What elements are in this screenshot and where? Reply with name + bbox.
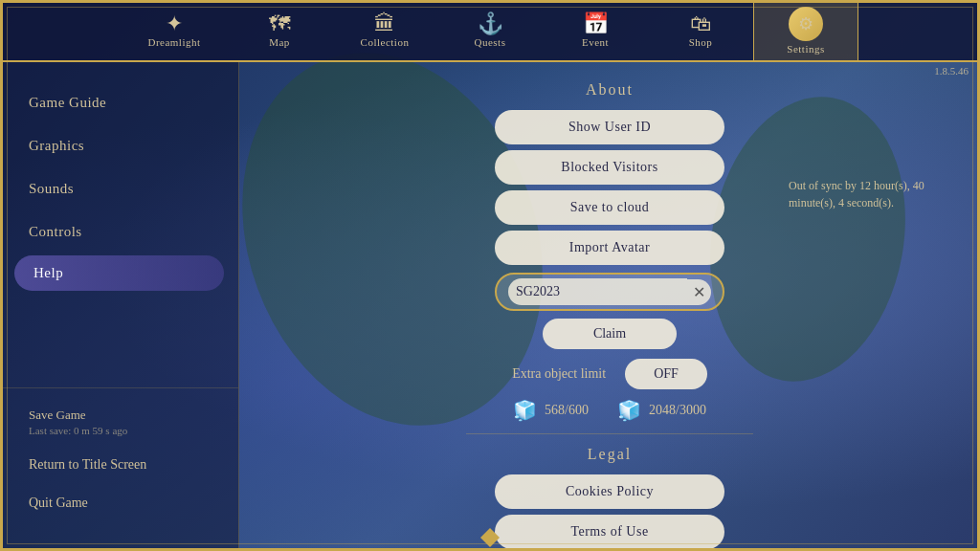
nav-item-quests[interactable]: ⚓ Quests xyxy=(437,0,543,61)
nav-item-settings[interactable]: ⚙ Settings xyxy=(753,0,858,61)
sidebar-bottom: Save Game Last save: 0 m 59 s ago Return… xyxy=(0,387,238,532)
nav-label-collection: Collection xyxy=(361,36,410,48)
nav-item-event[interactable]: 📅 Event xyxy=(543,0,648,61)
dreamlight-icon: ✦ xyxy=(166,13,183,34)
nav-label-event: Event xyxy=(582,36,609,48)
count-value-first: 568/600 xyxy=(545,403,589,418)
nav-item-dreamlight[interactable]: ✦ Dreamlight xyxy=(122,0,227,61)
blocked-visitors-button[interactable]: Blocked Visitors xyxy=(495,150,724,185)
version-text: 1.8.5.46 xyxy=(934,65,969,77)
code-clear-button[interactable]: ✕ xyxy=(687,279,711,305)
sidebar-item-graphics[interactable]: Graphics xyxy=(0,124,238,167)
nav-item-shop[interactable]: 🛍 Shop xyxy=(648,0,753,61)
sidebar: Game Guide Graphics Sounds Controls Help… xyxy=(0,62,239,551)
terms-of-use-button[interactable]: Terms of Use xyxy=(495,515,724,549)
map-icon: 🗺 xyxy=(269,13,290,34)
nav-label-map: Map xyxy=(269,36,290,48)
sidebar-item-help[interactable]: Help xyxy=(14,255,224,291)
save-game-label: Save Game xyxy=(29,408,210,423)
about-heading: About xyxy=(278,81,942,99)
sidebar-item-game-guide[interactable]: Game Guide xyxy=(0,81,238,124)
extra-object-toggle[interactable]: OFF xyxy=(625,359,707,389)
cube-icon-second: 🧊 xyxy=(617,399,641,422)
code-input-container: ✕ xyxy=(495,273,724,311)
gear-icon: ⚙ xyxy=(798,13,813,34)
shop-icon: 🛍 xyxy=(690,13,711,34)
sidebar-item-sounds[interactable]: Sounds xyxy=(0,167,238,210)
claim-button[interactable]: Claim xyxy=(543,319,677,349)
main-content: About Show User ID Blocked Visitors Save… xyxy=(239,62,980,551)
nav-label-settings: Settings xyxy=(787,43,824,55)
nav-label-quests: Quests xyxy=(475,36,506,48)
import-avatar-button[interactable]: Import Avatar xyxy=(495,231,724,265)
count-item-first: 🧊 568/600 xyxy=(513,399,589,422)
collection-icon: 🏛 xyxy=(374,13,395,34)
event-icon: 📅 xyxy=(583,13,609,34)
object-counts-row: 🧊 568/600 🧊 2048/3000 xyxy=(278,399,942,422)
last-save-text: Last save: 0 m 59 s ago xyxy=(29,425,210,436)
nav-item-map[interactable]: 🗺 Map xyxy=(227,0,332,61)
save-to-cloud-button[interactable]: Save to cloud xyxy=(495,190,724,225)
quests-icon: ⚓ xyxy=(478,13,503,34)
sidebar-item-controls[interactable]: Controls xyxy=(0,210,238,253)
legal-heading: Legal xyxy=(278,446,942,463)
return-to-title-item[interactable]: Return to Title Screen xyxy=(0,446,238,484)
cube-icon-first: 🧊 xyxy=(513,399,537,422)
nav-items: ✦ Dreamlight 🗺 Map 🏛 Collection ⚓ Quests… xyxy=(0,0,980,61)
section-divider xyxy=(466,433,753,434)
nav-label-shop: Shop xyxy=(689,36,713,48)
quit-game-item[interactable]: Quit Game xyxy=(0,484,238,522)
extra-object-label: Extra object limit xyxy=(512,366,606,382)
nav-item-collection[interactable]: 🏛 Collection xyxy=(332,0,437,61)
extra-object-row: Extra object limit OFF xyxy=(457,359,763,389)
nav-label-dreamlight: Dreamlight xyxy=(147,36,200,48)
sync-message: Out of sync by 12 hour(s), 40 minute(s),… xyxy=(789,177,961,211)
count-item-second: 🧊 2048/3000 xyxy=(617,399,706,422)
top-nav: ✦ Dreamlight 🗺 Map 🏛 Collection ⚓ Quests… xyxy=(0,0,980,62)
cookies-policy-button[interactable]: Cookies Policy xyxy=(495,474,724,509)
code-input-field[interactable] xyxy=(508,278,687,305)
settings-icon-circle: ⚙ xyxy=(789,7,823,41)
show-user-id-button[interactable]: Show User ID xyxy=(495,110,724,144)
save-game-item[interactable]: Save Game Last save: 0 m 59 s ago xyxy=(0,398,238,446)
count-value-second: 2048/3000 xyxy=(649,403,706,418)
